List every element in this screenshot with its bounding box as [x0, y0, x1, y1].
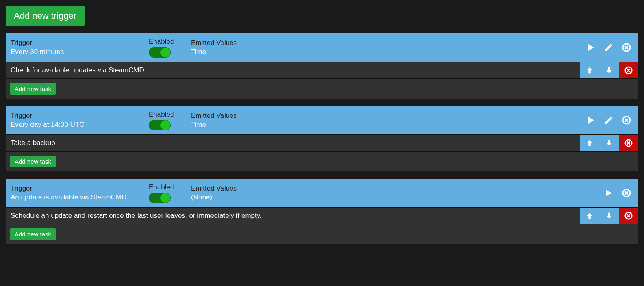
- pencil-icon: [604, 115, 614, 125]
- delete-trigger-button[interactable]: [621, 188, 632, 198]
- task-description[interactable]: Schedule an update and restart once the …: [6, 208, 580, 224]
- move-task-down-button[interactable]: [599, 62, 619, 78]
- trigger-description: Every day at 14:00 UTC: [11, 120, 149, 129]
- circle-x-icon: [622, 115, 631, 125]
- trigger-description: An update is available via SteamCMD: [11, 193, 149, 202]
- arrow-down-icon: [605, 211, 614, 220]
- arrow-up-icon: [585, 139, 594, 147]
- add-task-button[interactable]: Add new task: [10, 156, 56, 167]
- circle-x-icon: [622, 43, 631, 52]
- play-icon: [586, 115, 596, 125]
- delete-task-button[interactable]: [619, 135, 638, 151]
- play-icon: [604, 188, 614, 198]
- enabled-label: Enabled: [149, 183, 191, 192]
- edit-trigger-button[interactable]: [603, 42, 614, 53]
- move-task-down-button[interactable]: [599, 135, 619, 151]
- move-task-up-button[interactable]: [580, 208, 599, 224]
- trigger-header: TriggerEvery day at 14:00 UTCEnabledEmit…: [6, 106, 638, 134]
- add-trigger-button[interactable]: Add new trigger: [6, 6, 85, 26]
- task-row: Take a backup: [6, 134, 638, 151]
- arrow-up-icon: [585, 211, 594, 220]
- run-trigger-button[interactable]: [603, 188, 614, 198]
- task-description[interactable]: Check for available updates via SteamCMD: [6, 62, 580, 78]
- delete-task-button[interactable]: [619, 208, 638, 224]
- trigger-header: TriggerAn update is available via SteamC…: [6, 179, 638, 207]
- trigger-label: Trigger: [11, 111, 149, 120]
- add-task-row: Add new task: [6, 78, 638, 99]
- task-description[interactable]: Take a backup: [6, 135, 580, 151]
- circle-x-icon: [624, 66, 633, 75]
- move-task-up-button[interactable]: [580, 62, 599, 78]
- delete-trigger-button[interactable]: [621, 42, 632, 53]
- enabled-label: Enabled: [149, 110, 191, 119]
- arrow-down-icon: [605, 66, 614, 75]
- add-task-row: Add new task: [6, 224, 638, 244]
- trigger-block: TriggerEvery day at 14:00 UTCEnabledEmit…: [6, 106, 638, 171]
- add-task-button[interactable]: Add new task: [10, 228, 56, 240]
- add-task-row: Add new task: [6, 151, 638, 171]
- run-trigger-button[interactable]: [585, 115, 596, 126]
- arrow-up-icon: [585, 66, 594, 75]
- circle-x-icon: [624, 211, 633, 220]
- delete-trigger-button[interactable]: [621, 115, 632, 126]
- task-row: Check for available updates via SteamCMD: [6, 62, 638, 78]
- emitted-label: Emitted Values: [191, 39, 585, 48]
- play-icon: [586, 43, 596, 52]
- pencil-icon: [604, 43, 614, 52]
- trigger-block: TriggerAn update is available via SteamC…: [6, 179, 638, 244]
- enabled-label: Enabled: [149, 37, 191, 46]
- delete-task-button[interactable]: [619, 62, 638, 78]
- move-task-up-button[interactable]: [580, 135, 599, 151]
- run-trigger-button[interactable]: [585, 42, 596, 53]
- circle-x-icon: [622, 188, 631, 198]
- trigger-label: Trigger: [11, 184, 149, 193]
- enabled-toggle[interactable]: [149, 47, 171, 58]
- enabled-toggle[interactable]: [149, 193, 171, 203]
- emitted-value: (None): [191, 193, 603, 202]
- trigger-header: TriggerEvery 30 minutesEnabledEmitted Va…: [6, 33, 638, 62]
- emitted-label: Emitted Values: [191, 111, 585, 120]
- circle-x-icon: [624, 139, 633, 147]
- arrow-down-icon: [605, 139, 614, 147]
- move-task-down-button[interactable]: [599, 208, 619, 224]
- add-task-button[interactable]: Add new task: [10, 83, 56, 95]
- emitted-label: Emitted Values: [191, 184, 603, 193]
- enabled-toggle[interactable]: [149, 120, 171, 130]
- trigger-block: TriggerEvery 30 minutesEnabledEmitted Va…: [6, 33, 638, 99]
- trigger-description: Every 30 minutes: [11, 48, 149, 56]
- edit-trigger-button[interactable]: [603, 115, 614, 126]
- task-row: Schedule an update and restart once the …: [6, 207, 638, 224]
- emitted-value: Time: [191, 48, 585, 56]
- trigger-label: Trigger: [11, 39, 149, 48]
- emitted-value: Time: [191, 120, 585, 129]
